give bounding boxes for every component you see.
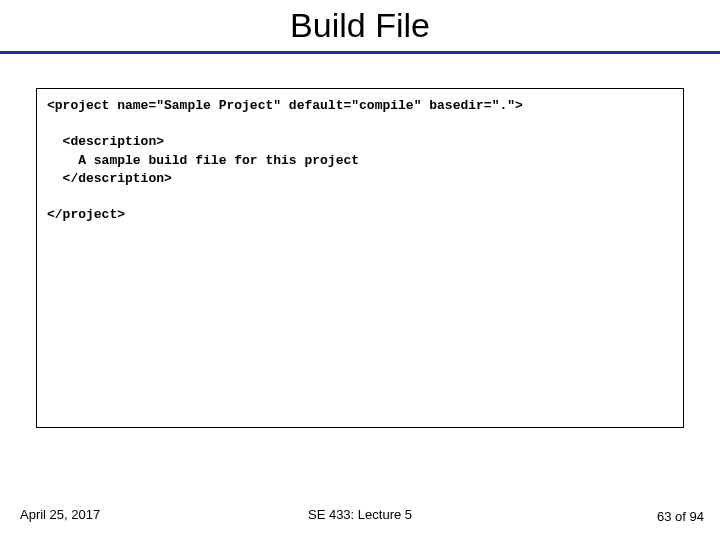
page-total: 94: [690, 509, 704, 524]
title-divider: [0, 51, 720, 54]
slide-title: Build File: [0, 6, 720, 45]
footer-page-indicator: 63 of 94: [657, 509, 704, 524]
page-sep: of: [671, 509, 689, 524]
footer-course: SE 433: Lecture 5: [308, 507, 412, 522]
code-example: <project name="Sample Project" default="…: [36, 88, 684, 428]
footer-date: April 25, 2017: [20, 507, 100, 522]
page-current: 63: [657, 509, 671, 524]
